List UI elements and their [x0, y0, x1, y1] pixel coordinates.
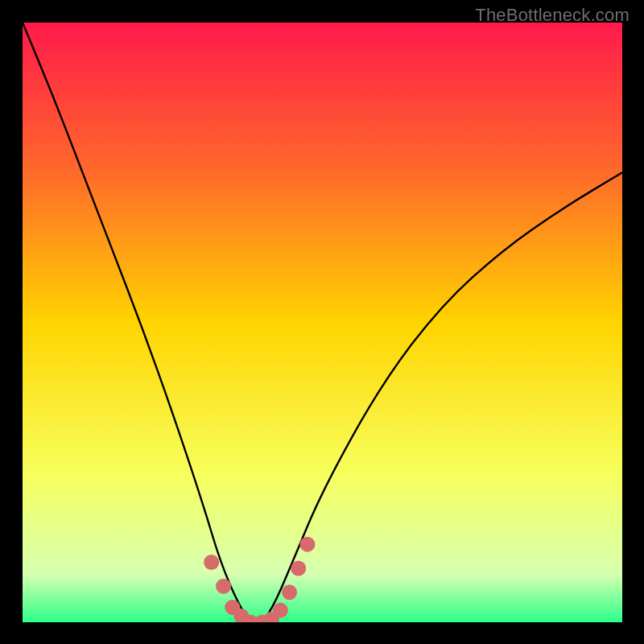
chart-svg — [23, 23, 622, 622]
marker-dot — [282, 584, 297, 600]
marker-dot — [204, 555, 219, 570]
marker-dot — [291, 560, 306, 576]
marker-dot — [273, 603, 288, 618]
marker-dot — [299, 537, 315, 552]
gradient-background — [23, 23, 622, 622]
watermark-text: TheBottleneck.com — [475, 5, 630, 26]
marker-dot — [216, 579, 231, 594]
chart-canvas — [23, 23, 622, 622]
